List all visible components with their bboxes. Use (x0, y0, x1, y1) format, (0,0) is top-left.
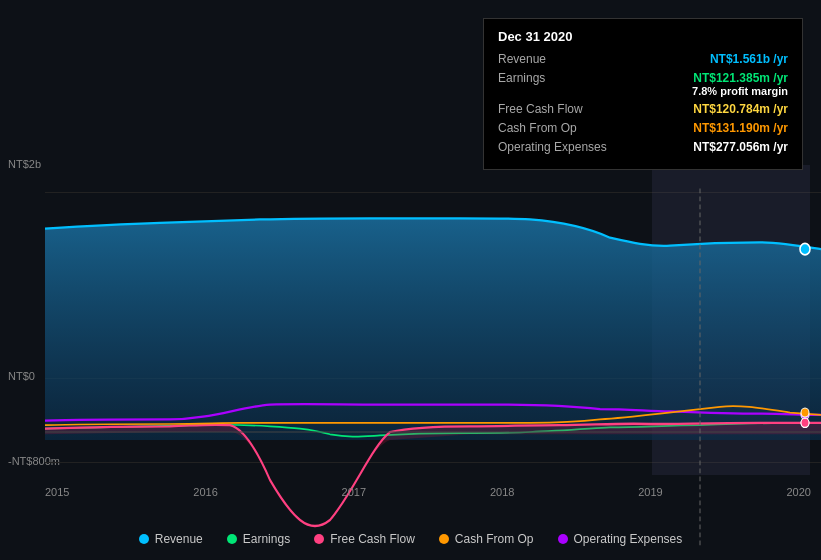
legend-dot-fcf (314, 534, 324, 544)
x-label-2018: 2018 (490, 486, 514, 498)
legend-label-revenue: Revenue (155, 532, 203, 546)
tooltip-value-fcf: NT$120.784m /yr (693, 102, 788, 116)
x-label-2016: 2016 (193, 486, 217, 498)
tooltip-label-opex: Operating Expenses (498, 140, 628, 154)
x-label-2017: 2017 (342, 486, 366, 498)
cashop-dot (801, 408, 809, 417)
legend-item-fcf[interactable]: Free Cash Flow (314, 532, 415, 546)
tooltip-row-fcf: Free Cash Flow NT$120.784m /yr (498, 102, 788, 116)
tooltip-value-earnings-group: NT$121.385m /yr 7.8% profit margin (692, 71, 788, 97)
chart-legend: Revenue Earnings Free Cash Flow Cash Fro… (0, 532, 821, 546)
revenue-area (45, 218, 821, 440)
legend-label-earnings: Earnings (243, 532, 290, 546)
revenue-dot (800, 243, 810, 254)
legend-item-revenue[interactable]: Revenue (139, 532, 203, 546)
tooltip-row-cashop: Cash From Op NT$131.190m /yr (498, 121, 788, 135)
tooltip-label-revenue: Revenue (498, 52, 628, 66)
tooltip-value-earnings: NT$121.385m /yr (692, 71, 788, 85)
tooltip-value-revenue: NT$1.561b /yr (710, 52, 788, 66)
legend-label-opex: Operating Expenses (574, 532, 683, 546)
legend-label-cashop: Cash From Op (455, 532, 534, 546)
x-axis-labels: 2015 2016 2017 2018 2019 2020 (45, 486, 811, 498)
tooltip-row-revenue: Revenue NT$1.561b /yr (498, 52, 788, 66)
fcf-dot (801, 418, 809, 427)
tooltip-row-opex: Operating Expenses NT$277.056m /yr (498, 140, 788, 154)
legend-dot-earnings (227, 534, 237, 544)
tooltip-date: Dec 31 2020 (498, 29, 788, 44)
tooltip-value-cashop: NT$131.190m /yr (693, 121, 788, 135)
tooltip-label-cashop: Cash From Op (498, 121, 628, 135)
legend-label-fcf: Free Cash Flow (330, 532, 415, 546)
x-label-2015: 2015 (45, 486, 69, 498)
tooltip-box: Dec 31 2020 Revenue NT$1.561b /yr Earnin… (483, 18, 803, 170)
tooltip-label-earnings: Earnings (498, 71, 628, 85)
legend-dot-cashop (439, 534, 449, 544)
tooltip-value-opex: NT$277.056m /yr (693, 140, 788, 154)
legend-item-cashop[interactable]: Cash From Op (439, 532, 534, 546)
legend-dot-revenue (139, 534, 149, 544)
legend-item-opex[interactable]: Operating Expenses (558, 532, 683, 546)
legend-dot-opex (558, 534, 568, 544)
x-label-2020: 2020 (786, 486, 810, 498)
legend-item-earnings[interactable]: Earnings (227, 532, 290, 546)
tooltip-row-earnings: Earnings NT$121.385m /yr 7.8% profit mar… (498, 71, 788, 97)
tooltip-margin: 7.8% profit margin (692, 85, 788, 97)
chart-container: Dec 31 2020 Revenue NT$1.561b /yr Earnin… (0, 0, 821, 560)
x-label-2019: 2019 (638, 486, 662, 498)
tooltip-label-fcf: Free Cash Flow (498, 102, 628, 116)
